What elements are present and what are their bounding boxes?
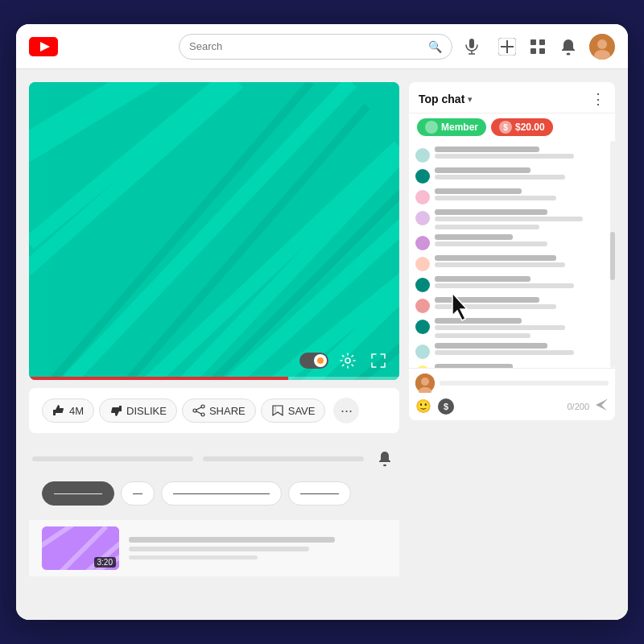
left-column: 4M DISLIKE SHARE SAVE ··· [29,82,399,607]
member-badge-icon [425,121,438,134]
dislike-button[interactable]: DISLIKE [99,398,177,423]
search-icon[interactable]: 🔍 [428,40,442,53]
rec-thumbnail[interactable]: 3:20 [42,526,119,570]
msg-name [435,147,539,152]
video-player[interactable] [29,82,399,380]
create-icon[interactable] [497,37,517,56]
msg-content [435,318,609,338]
chat-messages[interactable] [409,141,615,368]
svg-rect-9 [539,39,545,45]
msg-content [435,343,609,355]
avatar [415,169,430,184]
chat-title: Top chat [419,93,464,105]
progress-bar[interactable] [29,377,399,380]
video-controls [299,349,390,372]
share-label: SHARE [209,405,246,417]
microphone-icon[interactable] [462,37,481,56]
svg-point-12 [567,52,571,55]
apps-icon[interactable] [528,37,547,56]
svg-point-45 [421,378,429,386]
msg-text-2 [435,225,539,229]
more-button[interactable]: ··· [333,398,359,423]
msg-name [435,343,547,349]
msg-content [435,234,609,246]
msg-content [435,297,609,309]
current-user-row [415,374,609,393]
pill-button-2[interactable]: — [121,481,155,506]
svg-point-31 [345,358,350,363]
msg-text [435,242,547,246]
topbar: 🔍 [16,24,628,69]
msg-name [435,188,522,194]
dollar-icon[interactable]: $ [438,398,454,415]
chat-scrollbar-thumb[interactable] [610,232,615,280]
svg-point-14 [597,39,607,49]
video-meta [29,448,399,470]
pill-button-4[interactable]: ———— [288,481,351,506]
svg-rect-6 [501,46,514,47]
save-label: SAVE [288,405,316,417]
app-window: 🔍 [16,24,628,620]
msg-content [435,147,609,159]
chat-title-row[interactable]: Top chat ▾ [419,93,473,105]
emoji-icon[interactable]: 🙂 [415,398,431,415]
msg-text [435,196,556,200]
like-count: 4M [69,405,84,417]
svg-point-34 [193,409,196,412]
msg-content [435,188,609,200]
send-button[interactable] [594,398,609,415]
fullscreen-icon[interactable] [367,349,390,372]
video-actions: 4M DISLIKE SHARE SAVE ··· [42,398,386,423]
svg-rect-8 [530,39,536,45]
dollar-badge[interactable]: $ $20.00 [491,118,553,136]
save-button[interactable]: SAVE [261,398,326,423]
pill-label-1: ————— [54,488,102,499]
chat-input-area: 🙂 $ 0/200 [409,368,615,420]
msg-text [435,262,565,267]
msg-text [435,154,574,159]
chat-send-area: 0/200 [567,398,609,415]
msg-content [435,276,609,288]
msg-name [435,276,530,282]
pill-label-3: —————————— [173,488,270,499]
msg-name [435,297,539,303]
list-item [415,316,609,341]
notifications-icon[interactable] [559,37,578,56]
like-button[interactable]: 4M [42,398,94,423]
search-input[interactable] [189,40,428,52]
avatar [415,190,430,204]
msg-text [435,325,565,330]
video-info: 4M DISLIKE SHARE SAVE ··· [29,388,399,433]
chat-more-icon[interactable]: ⋮ [591,90,605,108]
list-item [415,253,609,274]
member-badge[interactable]: Member [417,118,486,136]
chat-panel: Top chat ▾ ⋮ Member $ $20.00 [409,82,615,420]
chat-emoji-area: 🙂 $ [415,398,454,415]
pill-button-3[interactable]: —————————— [161,481,282,506]
notify-button[interactable] [374,448,396,470]
progress-fill [29,377,288,380]
share-button[interactable]: SHARE [182,398,256,423]
svg-line-36 [196,411,201,414]
rec-title-bar [129,537,335,543]
chat-scrollbar[interactable] [610,141,615,368]
svg-point-38 [383,464,386,466]
svg-rect-10 [530,48,536,54]
chat-header: Top chat ▾ ⋮ [409,82,615,114]
list-item [415,186,609,207]
logo[interactable] [29,37,58,56]
dollar-badge-icon: $ [499,121,512,134]
recommended-area: 3:20 [29,520,399,576]
list-item [415,232,609,253]
avatar [415,278,430,292]
avatar [415,299,430,313]
svg-rect-2 [469,39,474,48]
settings-icon[interactable] [336,349,359,372]
svg-point-32 [201,405,204,408]
pill-button-1[interactable]: ————— [42,481,114,506]
msg-text [435,304,556,309]
avatar[interactable] [589,34,615,60]
autoplay-toggle[interactable] [299,353,328,369]
msg-content [435,209,609,229]
search-bar[interactable]: 🔍 [179,34,452,60]
